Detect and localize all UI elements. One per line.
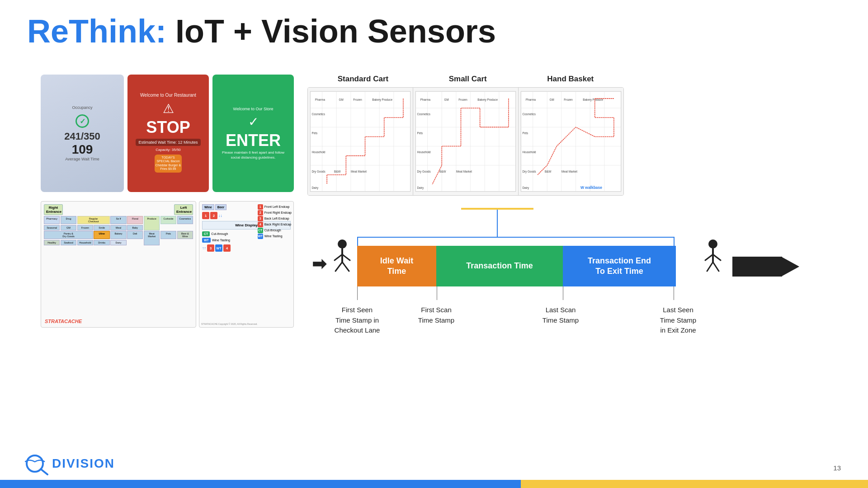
phone-occ-checkmark: ✓ — [75, 114, 89, 128]
cart-header-standard: Standard Cart — [338, 75, 388, 84]
store-cell-baby: Baby — [127, 225, 143, 230]
cart-header-basket: Hand Basket — [547, 75, 594, 84]
phone-occ-header: Occupancy — [72, 105, 92, 110]
checkout-flow-section: ➡ Idle WaitTime Transaction Time Transac… — [307, 208, 836, 380]
transaction-end-label: Transaction EndTo Exit Time — [588, 256, 651, 277]
svg-text:B&W: B&W — [439, 170, 446, 173]
svg-text:Dry Goods: Dry Goods — [311, 170, 325, 174]
label-last-scan: Last ScanTime Stamp — [529, 305, 592, 325]
legend-label-3: Back Left Endcap — [264, 216, 289, 221]
svg-rect-46 — [521, 91, 621, 191]
svg-text:GM: GM — [550, 98, 554, 101]
up-arrows: ↑↑ — [202, 246, 206, 250]
svg-text:Meat Market: Meat Market — [561, 170, 577, 173]
svg-text:Pets: Pets — [311, 131, 317, 135]
transaction-time-box: Transaction Time — [436, 246, 563, 286]
beer-label: Beer — [215, 204, 227, 210]
store-cell-meat-market: MeatMarket — [144, 231, 160, 245]
floor-plan-svg-standard: Pharma GM Frozen Bakery Produce Cosmetic… — [308, 88, 413, 195]
svg-text:GM: GM — [444, 98, 449, 101]
store-grid: Pharmacy Drug RegularCheckout Se lf Flor… — [44, 216, 193, 245]
svg-line-75 — [342, 262, 349, 271]
svg-text:Meat Market: Meat Market — [351, 170, 367, 173]
svg-text:Frozen: Frozen — [458, 98, 467, 101]
svg-line-81 — [713, 254, 721, 260]
svg-text:Dairy: Dairy — [522, 186, 529, 190]
svg-text:Cosmetics: Cosmetics — [417, 113, 430, 116]
svg-line-73 — [342, 254, 350, 260]
svg-text:B&W: B&W — [545, 170, 551, 173]
store-cell-frozen: Frozen — [77, 225, 93, 230]
endcap-wt: WT — [215, 244, 222, 252]
title-rethink: ReThink: — [27, 13, 166, 49]
label-last-seen: Last SeenTime Stampin Exit Zone — [642, 305, 714, 336]
phone-stop-word: STOP — [146, 118, 190, 137]
idle-wait-time-box: Idle WaitTime — [357, 246, 436, 286]
legend-num-ct: CT — [258, 228, 263, 233]
cart-maps-grid: Pharma GM Frozen Bakery Produce Cosmetic… — [307, 87, 624, 196]
legend-label-1: Front Left Endcap — [264, 204, 290, 209]
floor-plan-svg-basket: Pharma GM Frozen Bakery Produce Cosmetic… — [519, 88, 623, 195]
svg-text:Pharma: Pharma — [315, 98, 326, 101]
transaction-end-box: Transaction EndTo Exit Time — [563, 246, 676, 286]
svg-line-72 — [335, 254, 342, 260]
svg-rect-23 — [415, 91, 515, 191]
bottom-endcap-row: ↑↑ 3 WT 4 — [202, 244, 291, 252]
svg-text:Bakery: Bakery — [583, 98, 592, 102]
store-cell-gm: GM — [61, 225, 76, 230]
floor-plan-svg-small: Pharma GM Frozen Bakery Produce Cosmetic… — [413, 88, 518, 195]
bottom-bar — [0, 480, 868, 488]
svg-rect-0 — [310, 91, 410, 191]
phone-stop-wait: Estimated Wait Time: 12 Minutes — [136, 139, 200, 146]
q-division-logo-icon — [25, 452, 48, 475]
svg-text:Dairy: Dairy — [311, 186, 319, 190]
legend-row-wt: WT Wine Tasting — [258, 234, 292, 239]
flow-vertical-line — [497, 210, 498, 237]
logo-text: DIVISION — [52, 456, 115, 471]
store-cell-pantry: Pantry &Dry Goods — [44, 231, 93, 239]
legend-num-4: 4 — [258, 222, 263, 227]
store-map-section: RightEntrance LeftEntrance Pharmacy Drug… — [41, 201, 294, 328]
store-cell-meal: Meal — [110, 225, 126, 230]
cart-map-basket: Pharma GM Frozen Bakery Produce Cosmetic… — [519, 88, 623, 195]
store-cell-dairy: Dairy — [110, 240, 126, 245]
store-cell-drinks: Drinks — [94, 240, 109, 245]
store-cell-deli: Deli — [127, 231, 143, 239]
svg-text:Pharma: Pharma — [526, 98, 536, 101]
svg-text:B&W: B&W — [334, 170, 340, 173]
cart-map-small: Pharma GM Frozen Bakery Produce Cosmetic… — [413, 88, 519, 195]
svg-point-78 — [708, 239, 717, 249]
entrance-row: RightEntrance LeftEntrance — [44, 204, 193, 215]
svg-point-70 — [338, 239, 347, 249]
page-number: 13 — [833, 464, 841, 472]
svg-text:Cosmetics: Cosmetics — [522, 113, 535, 116]
store-cell-beer-wine: Beer & Wine — [177, 231, 193, 239]
svg-text:Pets: Pets — [417, 131, 423, 135]
phone-stop-warning-icon: ⚠ — [163, 101, 174, 116]
logo-area: DIVISION — [25, 452, 115, 475]
store-cell-curbside: Curbside — [160, 216, 176, 224]
phone-enter-text: Please maintain 6 feet apart and follow … — [217, 150, 289, 160]
legend-num-3: 3 — [258, 216, 263, 221]
title-rest: IoT + Vision Sensors — [175, 13, 496, 49]
phone-stop: Welcome to Our Restaurant ⚠ STOP Estimat… — [127, 75, 209, 192]
wine-label: Wine — [202, 204, 214, 210]
svg-text:Pets: Pets — [522, 131, 528, 135]
phone-occupancy: Occupancy ✓ 241/350 109 Average Wait Tim… — [41, 75, 124, 192]
arrow-head — [781, 257, 799, 277]
ct-box: CT — [202, 231, 210, 236]
label-first-scan: First ScanTime Stamp — [405, 305, 468, 325]
svg-text:Dry Goods: Dry Goods — [522, 170, 536, 174]
svg-text:Frozen: Frozen — [564, 98, 573, 101]
phone-enter-header: Welcome to Our Store — [233, 107, 274, 111]
svg-text:Household: Household — [311, 150, 326, 154]
person-walking-icon — [330, 239, 355, 275]
store-cell-regular-checkout: RegularCheckout — [77, 216, 110, 224]
cart-header-row: Standard Cart Small Cart Hand Basket — [307, 75, 624, 84]
phone-enter-checkmark: ✓ — [248, 114, 259, 129]
svg-text:Produce: Produce — [487, 98, 498, 101]
page-title: ReThink: IoT + Vision Sensors — [27, 14, 496, 49]
tick-last-seen — [674, 286, 674, 300]
flow-arrow-out — [732, 257, 782, 277]
idle-wait-time-label: Idle WaitTime — [380, 256, 413, 277]
